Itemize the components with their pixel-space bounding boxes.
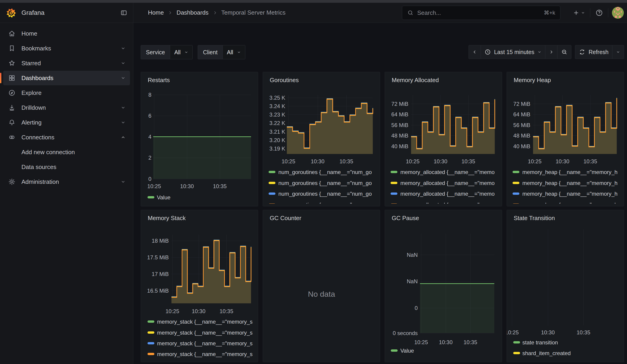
- time-shift-back-button[interactable]: [469, 45, 481, 59]
- breadcrumb-home[interactable]: Home: [148, 9, 164, 16]
- panel-restarts: Restarts 10:2510:3010:3586420Value: [141, 72, 258, 207]
- header: Grafana Home Dashboards Temporal Server …: [0, 3, 627, 23]
- sidebar-item-add-new-connection[interactable]: Add new connection: [3, 145, 130, 159]
- sidebar-item-connections[interactable]: Connections: [3, 130, 130, 145]
- svg-text:num_goroutines {__name__="num_: num_goroutines {__name__="num_go: [278, 169, 372, 175]
- svg-text:memory_stack {__name__="memory: memory_stack {__name__="memory_s: [157, 351, 253, 357]
- panel-title[interactable]: Memory Heap: [514, 77, 551, 84]
- refresh-button[interactable]: Refresh: [575, 45, 612, 59]
- sidebar-item-label: Connections: [21, 134, 54, 141]
- panel-grid: Restarts 10:2510:3010:3586420Value Gorou…: [141, 72, 624, 362]
- svg-text:10:35: 10:35: [583, 158, 597, 164]
- refresh-interval-button[interactable]: [612, 45, 624, 59]
- home-icon: [8, 30, 15, 37]
- variable-filters: Service All Client All: [141, 45, 245, 59]
- sidebar-item-data-sources[interactable]: Data sources: [3, 160, 130, 174]
- avatar[interactable]: [612, 7, 624, 19]
- sidebar-item-bookmarks[interactable]: Bookmarks: [3, 41, 130, 56]
- svg-text:10:35: 10:35: [339, 158, 353, 164]
- panel-title[interactable]: GC Counter: [270, 215, 301, 222]
- filter-service-value[interactable]: All: [170, 45, 192, 59]
- refresh-group: Refresh: [575, 45, 624, 59]
- chevron-down-icon[interactable]: [121, 76, 125, 80]
- panel-chart-state-transition[interactable]: 10:2510:3010:35state transitionshard_ite…: [507, 210, 624, 362]
- grafana-app: Grafana Home Dashboards Temporal Server …: [0, 0, 627, 364]
- header-main: Home Dashboards Temporal Server Metrics …: [133, 3, 627, 23]
- header-brand-area: Grafana: [0, 3, 133, 23]
- divider: [608, 8, 608, 17]
- sidebar-item-starred[interactable]: Starred: [3, 56, 130, 70]
- sidebar-item-explore[interactable]: Explore: [3, 86, 130, 100]
- filter-client[interactable]: Client All: [198, 45, 245, 59]
- svg-text:64 MiB: 64 MiB: [391, 111, 408, 117]
- panel-chart-memory-heap[interactable]: 10:2510:3010:3572 MiB64 MiB56 MiB48 MiB4…: [507, 72, 624, 206]
- panel-gc-counter: GC Counter No data: [263, 210, 380, 362]
- chevron-up-icon[interactable]: [121, 135, 125, 140]
- svg-text:0: 0: [415, 305, 418, 311]
- svg-text:3.20 K: 3.20 K: [269, 137, 285, 143]
- add-button[interactable]: [571, 8, 586, 18]
- svg-text:18 MiB: 18 MiB: [152, 238, 169, 244]
- zoom-out-icon: [561, 49, 568, 55]
- sidebar-item-alerting[interactable]: Alerting: [3, 115, 130, 130]
- svg-text:3.24 K: 3.24 K: [269, 103, 285, 109]
- clock-icon: [484, 49, 491, 55]
- bell-icon: [8, 119, 15, 126]
- time-zoom-out-button[interactable]: [557, 45, 571, 59]
- panel-title[interactable]: Restarts: [148, 77, 170, 84]
- panel-title[interactable]: Memory Allocated: [392, 77, 439, 84]
- filter-client-value[interactable]: All: [222, 45, 245, 59]
- help-button[interactable]: [594, 7, 604, 18]
- panel-title[interactable]: State Transition: [514, 215, 555, 222]
- panel-chart-memory-allocated[interactable]: 10:2510:3010:3572 MiB64 MiB56 MiB48 MiB4…: [385, 72, 502, 206]
- svg-text:48 MiB: 48 MiB: [391, 133, 408, 139]
- svg-text:3.23 K: 3.23 K: [269, 111, 285, 118]
- panel-goroutines: Goroutines 10:2510:3010:353.25 K3.24 K3.…: [263, 72, 380, 207]
- sidebar-item-dashboards[interactable]: Dashboards: [3, 71, 130, 85]
- panel-chart-memory-stack[interactable]: 10:2510:3010:3518 MiB17.5 MiB17 MiB16.5 …: [141, 210, 258, 362]
- svg-text:17.5 MiB: 17.5 MiB: [147, 254, 169, 260]
- chevron-down-icon[interactable]: [121, 120, 125, 125]
- chevron-down-icon[interactable]: [121, 46, 125, 51]
- svg-text:10:25: 10:25: [414, 339, 428, 345]
- svg-text:40 MiB: 40 MiB: [513, 143, 530, 149]
- filter-service[interactable]: Service All: [141, 45, 193, 59]
- chevron-down-icon[interactable]: [121, 179, 125, 184]
- chevron-left-icon: [472, 50, 477, 54]
- svg-text:memory_stack {__name__="memory: memory_stack {__name__="memory_s: [157, 319, 253, 325]
- svg-text:72 MiB: 72 MiB: [391, 101, 408, 107]
- chevron-down-icon[interactable]: [121, 105, 125, 110]
- panel-title[interactable]: Goroutines: [270, 77, 299, 84]
- chevron-down-icon[interactable]: [121, 61, 125, 65]
- svg-text:10:25: 10:25: [147, 183, 161, 189]
- time-range-label: Last 15 minutes: [494, 49, 534, 55]
- search-input[interactable]: Search... ⌘+k: [402, 6, 560, 20]
- svg-text:17 MiB: 17 MiB: [152, 271, 169, 277]
- help-icon: [595, 9, 603, 17]
- svg-text:NaN: NaN: [407, 278, 418, 284]
- panel-chart-gc-counter[interactable]: No data: [263, 210, 380, 362]
- panel-chart-goroutines[interactable]: 10:2510:3010:353.25 K3.24 K3.23 K3.22 K3…: [263, 72, 380, 206]
- svg-text:10:30: 10:30: [556, 158, 569, 164]
- sidebar-item-drilldown[interactable]: Drilldown: [3, 100, 130, 115]
- time-range-picker[interactable]: Last 15 minutes: [481, 45, 545, 59]
- panel-title[interactable]: GC Pause: [392, 215, 419, 222]
- panel-title[interactable]: Memory Stack: [148, 215, 186, 222]
- panel-chart-gc-pause[interactable]: 10:2510:3010:35NaNNaN00 secondsValue: [385, 210, 502, 362]
- svg-text:10:35: 10:35: [464, 339, 477, 345]
- sidebar-toggle-icon[interactable]: [119, 8, 128, 17]
- svg-text:10:30: 10:30: [180, 183, 194, 189]
- breadcrumb-dashboards[interactable]: Dashboards: [176, 9, 209, 16]
- time-shift-forward-button[interactable]: [545, 45, 557, 59]
- sidebar-item-administration[interactable]: Administration: [3, 174, 130, 189]
- sidebar-item-home[interactable]: Home: [3, 26, 130, 41]
- chevron-right-icon: [213, 10, 217, 15]
- panel-chart-restarts[interactable]: 10:2510:3010:3586420Value: [141, 72, 258, 206]
- panel-memory-allocated: Memory Allocated 10:2510:3010:3572 MiB64…: [385, 72, 502, 207]
- sidebar-item-label: Starred: [21, 60, 41, 67]
- svg-text:memory_allocated {__name__="me: memory_allocated {__name__="memo: [400, 169, 495, 175]
- svg-text:shard_item_created: shard_item_created: [522, 350, 571, 356]
- svg-text:state transition: state transition: [522, 339, 558, 346]
- time-controls: Last 15 minutes Refresh: [469, 45, 624, 59]
- svg-text:10:35: 10:35: [576, 329, 590, 335]
